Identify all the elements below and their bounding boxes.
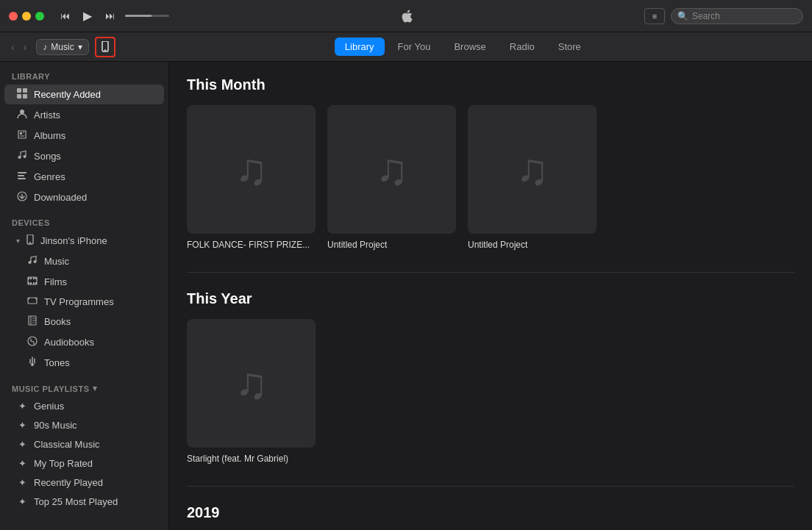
albums-icon bbox=[16, 129, 28, 142]
sidebar-item-top-25-most-played[interactable]: ✦ Top 25 Most Played bbox=[4, 493, 164, 511]
tab-radio[interactable]: Radio bbox=[499, 37, 545, 56]
sidebar-item-artists[interactable]: Artists bbox=[4, 105, 164, 125]
playlists-header[interactable]: Music Playlists ▾ bbox=[0, 373, 168, 396]
chevron-down-icon: ▾ bbox=[78, 42, 82, 52]
this-year-grid: ♫ Starlight (feat. Mr Gabriel) bbox=[187, 319, 794, 464]
music-note-placeholder: ♫ bbox=[235, 144, 268, 195]
music-note-placeholder-2: ♫ bbox=[375, 144, 408, 195]
tv-programmes-label: TV Programmes bbox=[44, 296, 114, 307]
album-card-untitled-2[interactable]: ♫ Untitled Project bbox=[468, 105, 596, 250]
music-selector[interactable]: ♪ Music ▾ bbox=[36, 39, 88, 55]
sidebar-item-tv-programmes[interactable]: TV Programmes bbox=[4, 293, 164, 311]
tones-icon bbox=[26, 357, 38, 369]
recently-added-icon bbox=[16, 88, 28, 101]
titlebar: ⏮ ▶ ⏭ ≡ 🔍 Search bbox=[0, 0, 812, 32]
skip-back-button[interactable]: ⏮ bbox=[57, 9, 73, 23]
album-art-untitled-2: ♫ bbox=[468, 105, 596, 234]
tab-library[interactable]: Library bbox=[335, 37, 385, 56]
sidebar-item-recently-played[interactable]: ✦ Recently Played bbox=[4, 473, 164, 492]
album-card-folk-dance[interactable]: ♫ FOLK DANCE- FIRST PRIZE... bbox=[187, 105, 316, 250]
svg-rect-14 bbox=[29, 243, 32, 244]
sidebar-item-films[interactable]: Films bbox=[4, 272, 164, 292]
artists-icon bbox=[16, 109, 28, 121]
nav-back-button[interactable]: ‹ bbox=[7, 40, 18, 54]
svg-rect-9 bbox=[18, 172, 26, 173]
sidebar-item-90s-music[interactable]: ✦ 90s Music bbox=[4, 416, 164, 434]
skip-forward-button[interactable]: ⏭ bbox=[102, 9, 118, 23]
album-art-folk-dance: ♫ bbox=[187, 105, 316, 234]
books-icon bbox=[26, 315, 38, 328]
album-card-untitled-1[interactable]: ♫ Untitled Project bbox=[327, 105, 456, 250]
main-layout: Library Recently Added Artists bbox=[0, 62, 812, 530]
svg-rect-18 bbox=[28, 277, 29, 279]
list-view-button[interactable]: ≡ bbox=[644, 8, 665, 24]
svg-rect-19 bbox=[28, 282, 29, 284]
apple-logo bbox=[177, 9, 637, 24]
sidebar-item-music[interactable]: Music bbox=[4, 251, 164, 271]
search-placeholder: Search bbox=[692, 11, 720, 21]
top-25-most-played-icon: ✦ bbox=[16, 496, 28, 507]
sidebar-item-songs[interactable]: Songs bbox=[4, 146, 164, 166]
device-button[interactable] bbox=[95, 37, 115, 57]
volume-slider[interactable] bbox=[125, 15, 169, 17]
svg-rect-2 bbox=[17, 88, 21, 93]
svg-rect-1 bbox=[104, 49, 106, 51]
toolbar: ‹ › ♪ Music ▾ Library For You Browse Rad… bbox=[0, 32, 812, 62]
maximize-button[interactable] bbox=[35, 12, 44, 21]
playlists-chevron-icon: ▾ bbox=[93, 384, 98, 393]
artists-label: Artists bbox=[34, 110, 60, 121]
minimize-button[interactable] bbox=[22, 12, 31, 21]
traffic-lights bbox=[9, 12, 44, 21]
sidebar-item-tones[interactable]: Tones bbox=[4, 353, 164, 373]
90s-music-icon: ✦ bbox=[16, 420, 28, 431]
tab-store[interactable]: Store bbox=[548, 37, 591, 56]
sidebar-item-genius[interactable]: ✦ Genius bbox=[4, 397, 164, 415]
search-box[interactable]: 🔍 Search bbox=[671, 8, 803, 24]
svg-point-8 bbox=[24, 155, 26, 158]
genres-icon bbox=[16, 171, 28, 183]
svg-rect-5 bbox=[23, 94, 27, 99]
my-top-rated-icon: ✦ bbox=[16, 458, 28, 469]
sidebar-item-genres[interactable]: Genres bbox=[4, 167, 164, 187]
play-button[interactable]: ▶ bbox=[80, 7, 95, 24]
albums-label: Albums bbox=[34, 130, 65, 141]
this-month-title: This Month bbox=[187, 76, 794, 93]
sidebar-item-albums[interactable]: Albums bbox=[4, 126, 164, 146]
svg-point-6 bbox=[20, 110, 24, 114]
svg-rect-27 bbox=[28, 298, 29, 299]
classical-music-label: Classical Music bbox=[34, 439, 100, 450]
tab-browse[interactable]: Browse bbox=[444, 37, 496, 56]
svg-rect-3 bbox=[23, 88, 27, 93]
audiobooks-label: Audiobooks bbox=[44, 337, 94, 348]
svg-rect-10 bbox=[18, 175, 24, 176]
sidebar-item-recently-added[interactable]: Recently Added bbox=[4, 85, 164, 104]
svg-rect-4 bbox=[17, 94, 21, 99]
device-row-iphone[interactable]: ▾ Jinson's iPhone bbox=[4, 231, 164, 251]
downloaded-icon bbox=[16, 191, 28, 204]
sidebar-item-audiobooks[interactable]: Audiobooks bbox=[4, 332, 164, 352]
sidebar-item-classical-music[interactable]: ✦ Classical Music bbox=[4, 435, 164, 454]
genres-label: Genres bbox=[34, 171, 65, 182]
90s-music-label: 90s Music bbox=[34, 420, 77, 431]
this-year-title: This Year bbox=[187, 290, 794, 307]
tones-label: Tones bbox=[44, 357, 70, 368]
music-selector-label: Music bbox=[51, 42, 74, 52]
downloaded-label: Downloaded bbox=[34, 192, 87, 203]
album-card-starlight[interactable]: ♫ Starlight (feat. Mr Gabriel) bbox=[187, 319, 316, 464]
nav-arrows: ‹ › bbox=[7, 40, 30, 54]
sidebar-item-downloaded[interactable]: Downloaded bbox=[4, 187, 164, 207]
device-chevron-icon: ▾ bbox=[16, 237, 20, 245]
sidebar: Library Recently Added Artists bbox=[0, 62, 169, 530]
close-button[interactable] bbox=[9, 12, 18, 21]
svg-point-31 bbox=[31, 363, 34, 366]
songs-icon bbox=[16, 150, 28, 162]
my-top-rated-label: My Top Rated bbox=[34, 458, 93, 469]
sidebar-item-my-top-rated[interactable]: ✦ My Top Rated bbox=[4, 454, 164, 473]
nav-forward-button[interactable]: › bbox=[20, 40, 31, 54]
content-area: This Month ♫ FOLK DANCE- FIRST PRIZE... … bbox=[169, 62, 812, 530]
tab-for-you[interactable]: For You bbox=[388, 37, 441, 56]
music-label: Music bbox=[44, 256, 69, 267]
sidebar-item-books[interactable]: Books bbox=[4, 312, 164, 332]
svg-rect-11 bbox=[18, 178, 26, 179]
films-icon bbox=[26, 276, 38, 288]
